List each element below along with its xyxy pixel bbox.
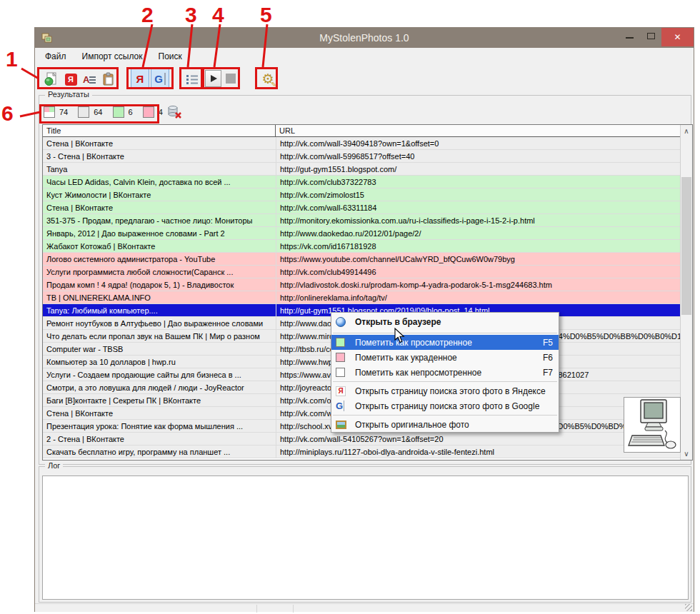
row-title: Tanya xyxy=(43,163,276,175)
computer-drawing xyxy=(624,398,680,452)
menu-separator xyxy=(333,415,557,416)
table-header: Title URL xyxy=(43,125,681,137)
context-menu-item[interactable]: Пометить как украденноеF6 xyxy=(331,350,559,365)
statusbar-separator xyxy=(293,605,294,613)
green-swatch-icon xyxy=(336,338,345,347)
annotation-number-5: 5 xyxy=(260,4,272,26)
row-title: Презентация урока: Понятие как форма мыш… xyxy=(43,420,276,432)
menu-separator xyxy=(333,381,557,382)
table-row[interactable]: Стена | ВКонтактеhttp://vk.com/wall-6331… xyxy=(43,201,681,214)
row-url: http://vk.com/wall-63311184 xyxy=(276,201,681,213)
row-title: Ремонт ноутбуков в Алтуфьево | Дао выраж… xyxy=(43,317,276,329)
log-label: Лог xyxy=(45,461,63,470)
row-title: Скачать бесплатно игру, программу на пла… xyxy=(43,446,276,458)
maximize-icon xyxy=(647,33,655,39)
table-row[interactable]: Услуги программиста любой сложности(Сара… xyxy=(43,266,681,278)
column-header-url[interactable]: URL xyxy=(276,125,681,136)
titlebar[interactable]: MyStolenPhotos 1.0 ✕ xyxy=(35,28,694,48)
photo-preview-thumbnail xyxy=(624,397,681,453)
table-row[interactable]: ТВ | ONLINEREKLAMA.INFOhttp://onlinerekl… xyxy=(43,291,681,304)
row-url: http://vk.com/wall-59968517?offset=40 xyxy=(276,150,681,162)
table-row[interactable]: Куст Жимолости | ВКонтактеhttp://vk.com/… xyxy=(43,188,681,201)
screenshot-canvas: MyStolenPhotos 1.0 ✕ ФайлИмпорт ссылокПо… xyxy=(0,0,700,614)
row-url: http://www.daokedao.ru/2012/01/page/2/ xyxy=(276,227,681,239)
table-row[interactable]: Продам комп ! 4 ядра! (подарок 5, 1) - В… xyxy=(43,278,681,291)
column-header-title[interactable]: Title xyxy=(43,125,276,136)
row-title: Январь, 2012 | Дао выраженное словами - … xyxy=(43,227,276,239)
row-title: Куст Жимолости | ВКонтакте xyxy=(43,188,276,201)
annotation-number-3: 3 xyxy=(185,4,197,26)
row-title: Услуги программиста любой сложности(Сара… xyxy=(43,266,276,278)
pink-swatch-icon xyxy=(336,353,345,362)
table-row[interactable]: Январь, 2012 | Дао выраженное словами - … xyxy=(43,227,681,240)
row-title: Компьютер за 10 долларов | hwp.ru xyxy=(43,356,276,368)
table-row[interactable]: 3 - Стена | ВКонтактеhttp://vk.com/wall-… xyxy=(43,150,681,163)
row-title: Услуги - Создаем продающие сайты для биз… xyxy=(43,368,276,381)
row-url: http://vladivostok.doski.ru/prodam-komp-… xyxy=(276,278,681,291)
table-row[interactable]: Скачать бесплатно игру, программу на пла… xyxy=(43,446,681,458)
annotation-box-4 xyxy=(202,67,240,89)
row-url: https://vk.com/id167181928 xyxy=(276,240,681,252)
maximize-button[interactable] xyxy=(640,28,661,44)
annotation-box-5 xyxy=(255,67,278,89)
row-title: Tanya: Любимый компьютер.... xyxy=(43,304,276,316)
annotation-box-1 xyxy=(37,67,119,89)
menu-item-label: Пометить как непросмотренное xyxy=(355,368,543,378)
minimize-icon xyxy=(626,37,634,39)
row-url: http://vk.com/club37322783 xyxy=(276,176,681,188)
menu-item-label: Открыть в браузере xyxy=(355,317,553,327)
menu-item-label: Открыть страницу поиска этого фото в Янд… xyxy=(355,386,553,396)
minimize-button[interactable] xyxy=(619,28,640,44)
annotation-box-6 xyxy=(39,104,159,124)
row-title: 3 - Стена | ВКонтакте xyxy=(43,150,276,162)
row-title: ТВ | ONLINEREKLAMA.INFO xyxy=(43,291,276,303)
table-row[interactable]: Часы LED Adidas, Calvin Klein, доставка … xyxy=(43,176,681,188)
scroll-up-arrow[interactable]: ∧ xyxy=(681,125,692,137)
annotation-number-1: 1 xyxy=(6,49,18,70)
row-title: Computer war - TBSB xyxy=(43,343,276,355)
context-menu-item[interactable]: Пометить как просмотренноеF5 xyxy=(331,335,559,350)
row-url: http://vk.com/wall-54105267?own=1&offset… xyxy=(276,433,681,445)
menu-item-label: Пометить как украденное xyxy=(355,353,543,363)
row-title: Смотри, а это ловушка для людей / люди -… xyxy=(43,381,276,393)
table-row[interactable]: Логово системного администратора - YouTu… xyxy=(43,253,681,266)
context-menu-item[interactable]: Открыть оригинальное фото xyxy=(331,417,559,432)
annotation-box-3 xyxy=(179,67,203,89)
table-row[interactable]: Tanyahttp://gut-gym1551.blogspot.com/ xyxy=(43,163,681,176)
vertical-scrollbar[interactable]: ∧ ∨ xyxy=(680,125,692,460)
row-url: http://vk.com/club49914496 xyxy=(276,266,681,278)
menu-item-shortcut: F7 xyxy=(543,368,553,378)
close-button[interactable]: ✕ xyxy=(661,28,694,46)
table-row[interactable]: 2 - Стена | ВКонтактеhttp://vk.com/wall-… xyxy=(43,433,681,446)
app-icon xyxy=(41,32,53,44)
context-menu: Открыть в браузереПометить как просмотре… xyxy=(331,312,559,433)
row-url: http://onlinereklama.info/tag/tv/ xyxy=(276,291,681,303)
annotation-number-4: 4 xyxy=(212,4,224,26)
row-title: Баги [В]контакте | Секреты ПК | ВКонтакт… xyxy=(43,394,276,406)
menu-item-shortcut: F6 xyxy=(543,353,553,363)
status-bar xyxy=(35,603,694,612)
log-textarea[interactable] xyxy=(42,475,689,600)
context-menu-item[interactable]: Открыть в браузере xyxy=(331,313,559,331)
close-icon: ✕ xyxy=(674,32,681,42)
menu-item-0[interactable]: Файл xyxy=(45,51,66,61)
menu-item-2[interactable]: Поиск xyxy=(159,51,182,61)
menu-separator xyxy=(333,333,557,333)
table-row[interactable]: Жабакот Котожаб | ВКонтактеhttps://vk.co… xyxy=(43,240,681,253)
photo-icon xyxy=(336,421,346,429)
context-menu-item[interactable]: GОткрыть страницу поиска этого фото в Go… xyxy=(331,398,559,413)
scroll-down-arrow[interactable]: ∨ xyxy=(681,448,692,460)
clear-database-button[interactable] xyxy=(165,104,184,121)
table-row[interactable]: 351-375 - Продам, предлагаю - частное ли… xyxy=(43,214,681,227)
log-group: Лог xyxy=(39,466,691,603)
menu-item-1[interactable]: Импорт ссылок xyxy=(82,51,143,61)
annotation-box-2 xyxy=(126,67,174,89)
annotation-number-2: 2 xyxy=(141,4,154,26)
google-icon: G xyxy=(336,401,344,411)
annotation-number-6: 6 xyxy=(1,103,14,124)
context-menu-item[interactable]: ЯОткрыть страницу поиска этого фото в Ян… xyxy=(331,383,559,398)
scroll-thumb[interactable] xyxy=(681,177,691,315)
resize-grip[interactable] xyxy=(685,604,692,611)
table-row[interactable]: Стена | ВКонтактеhttp://vk.com/wall-3940… xyxy=(43,137,681,150)
context-menu-item[interactable]: Пометить как непросмотренноеF7 xyxy=(331,365,559,380)
